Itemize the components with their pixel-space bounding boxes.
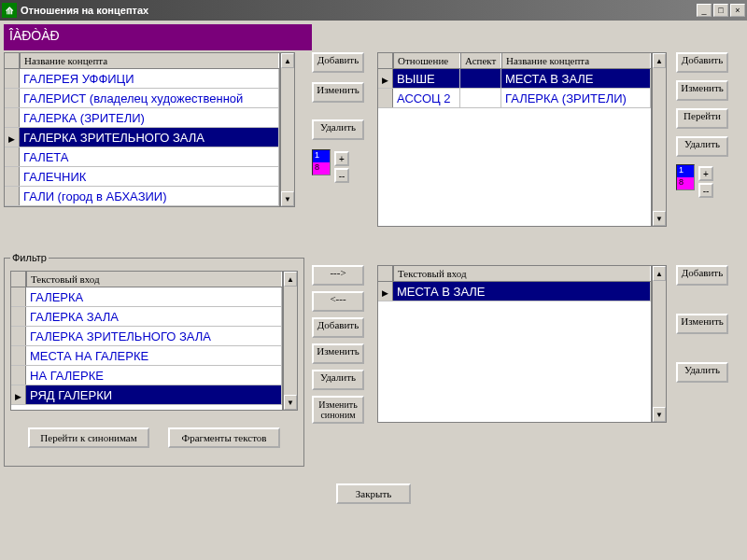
table-row[interactable]: ГАЛЕРЕЯ УФФИЦИ [5,69,279,89]
table-row[interactable]: ГАЛЕТА [5,147,279,167]
table-row[interactable]: ГАЛИ (город в АБХАЗИИ) [5,187,279,206]
plus-button[interactable]: + [334,151,349,166]
add-button[interactable]: Добавить [312,52,364,73]
table-row[interactable]: ГАЛЕРИСТ (владелец художественной [5,89,279,108]
search-header: ÎÀÐÒÀÐ [4,24,312,50]
table-row[interactable]: ГАЛЕРКА ЗРИТЕЛЬНОГО ЗАЛА [5,128,279,147]
table-row[interactable]: ГАЛЕЧНИК [5,167,279,187]
scroll-up-icon[interactable]: ▲ [653,53,666,68]
back-button[interactable]: <--- [312,291,364,312]
rel-header-3: Название концепта [501,53,651,68]
table-row[interactable]: ГАЛЕРКА [11,287,282,307]
minus-button[interactable]: -- [334,168,349,183]
table-row[interactable]: НА ГАЛЕРКЕ [11,366,282,385]
close-button[interactable]: × [730,4,745,17]
color-indicator-2: 1 8 [676,164,695,190]
go-button[interactable]: Перейти [676,108,728,129]
minimize-button[interactable]: _ [697,4,712,17]
goto-synonyms-button[interactable]: Перейти к синонимам [28,427,149,448]
table-row[interactable]: МЕСТА НА ГАЛЕРКЕ [11,346,282,366]
scroll-down-icon[interactable]: ▼ [284,395,297,410]
app-icon: ⟰ [2,3,17,18]
scroll-up-icon[interactable]: ▲ [653,266,666,281]
delete-button-2[interactable]: Удалить [676,136,728,157]
scroll-down-icon[interactable]: ▼ [281,191,294,206]
table-row[interactable]: АССОЦ 2ГАЛЕРКА (ЗРИТЕЛИ) [378,89,651,108]
filter-group: Фильтр Текстовый вход ГАЛЕРКАГАЛЕРКА ЗАЛ… [4,252,304,467]
client-area: ÎÀÐÒÀÐ Название концепта ГАЛЕРЕЯ УФФИЦИГ… [0,21,747,560]
plus-button-2[interactable]: + [698,166,713,181]
filter-scrollbar[interactable]: ▲ ▼ [283,271,298,411]
color-indicator: 1 8 [312,149,331,175]
textin-scrollbar[interactable]: ▲ ▼ [652,265,667,423]
filter-grid[interactable]: Текстовый вход ГАЛЕРКАГАЛЕРКА ЗАЛАГАЛЕРК… [10,271,283,411]
relations-scrollbar[interactable]: ▲ ▼ [652,52,667,227]
edit-synonym-button[interactable]: Изменить синоним [312,396,364,424]
rel-header-2: Аспект [460,53,501,68]
scroll-down-icon[interactable]: ▼ [653,211,666,226]
filter-legend: Фильтр [10,252,49,263]
table-row[interactable]: ГАЛЕРКА ЗАЛА [11,307,282,327]
maximize-button[interactable]: □ [713,4,728,17]
filter-header: Текстовый вход [26,272,282,287]
delete-button[interactable]: Удалить [312,119,364,140]
concept-header: Название концепта [20,53,279,68]
table-row[interactable]: ГАЛЕРКА ЗРИТЕЛЬНОГО ЗАЛА [11,327,282,346]
close-dialog-button[interactable]: Закрыть [336,483,411,504]
forward-button[interactable]: ---> [312,265,364,286]
scroll-down-icon[interactable]: ▼ [653,407,666,422]
table-row[interactable]: ГАЛЕРКА (ЗРИТЕЛИ) [5,108,279,128]
text-input-grid[interactable]: Текстовый вход МЕСТА В ЗАЛЕ [377,265,652,423]
edit-button-3[interactable]: Изменить [312,343,364,364]
add-button-2[interactable]: Добавить [676,52,728,73]
text-input-header: Текстовый вход [393,266,651,281]
minus-button-2[interactable]: -- [698,183,713,198]
rel-header-1: Отношение [393,53,460,68]
scroll-up-icon[interactable]: ▲ [284,272,297,287]
delete-button-4[interactable]: Удалить [676,362,728,383]
delete-button-3[interactable]: Удалить [312,370,364,390]
concept-grid[interactable]: Название концепта ГАЛЕРЕЯ УФФИЦИГАЛЕРИСТ… [4,52,280,207]
scroll-up-icon[interactable]: ▲ [281,53,294,68]
edit-button-4[interactable]: Изменить [676,314,728,334]
table-row[interactable]: ВЫШЕМЕСТА В ЗАЛЕ [378,69,651,89]
titlebar: ⟰ Отношения на концептах _ □ × [0,0,747,21]
table-row[interactable]: РЯД ГАЛЕРКИ [11,385,282,405]
window-title: Отношения на концептах [21,5,695,16]
app-window: ⟰ Отношения на концептах _ □ × ÎÀÐÒÀÐ На… [0,0,747,560]
text-fragments-button[interactable]: Фрагменты текстов [168,427,280,448]
add-button-4[interactable]: Добавить [676,265,728,286]
relations-grid[interactable]: Отношение Аспект Название концепта ВЫШЕМ… [377,52,652,227]
edit-button-2[interactable]: Изменить [676,80,728,101]
add-button-3[interactable]: Добавить [312,317,364,338]
table-row[interactable]: МЕСТА В ЗАЛЕ [378,282,651,301]
edit-button[interactable]: Изменить [312,82,364,103]
concept-scrollbar[interactable]: ▲ ▼ [280,52,295,207]
